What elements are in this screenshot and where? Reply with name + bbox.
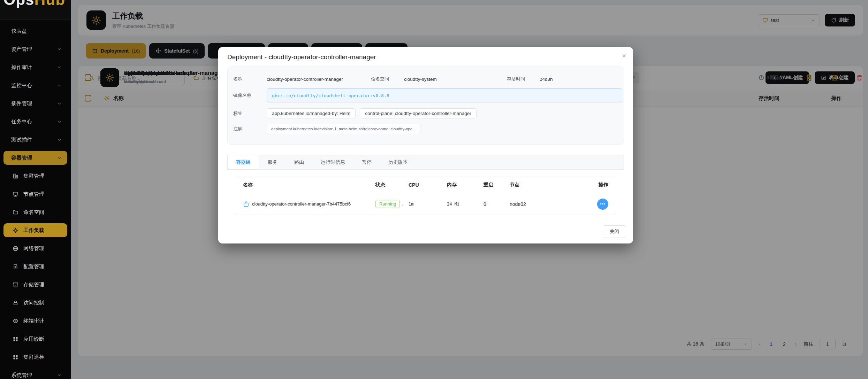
sidebar-item-system-mgmt[interactable]: 系统管理 — [3, 368, 67, 379]
field-name-label: 名称 — [233, 76, 267, 82]
pod-table-header: 名称 状态 CPU 内存 重启 节点 操作 — [235, 177, 616, 193]
sidebar: OpsHub 仪表盘 资产管理 操作审计 监控中心 插 — [0, 0, 71, 379]
tab-history[interactable]: 历史版本 — [380, 155, 416, 169]
field-name-value: cloudtty-operator-controller-manager — [267, 77, 371, 82]
sidebar-item-label: 插件管理 — [11, 100, 32, 107]
sidebar-item[interactable]: 任务中心 — [3, 115, 67, 129]
cluster-icon — [13, 173, 18, 179]
gear-icon — [13, 227, 18, 233]
pod-node-value: node02 — [510, 201, 590, 207]
modal-tabs: 容器组 服务 路由 运行时信息 暂停 历史版本 — [227, 155, 624, 170]
pod-col-status: 状态 — [375, 182, 409, 188]
sidebar-item-terminal-audit[interactable]: 终端审计 — [3, 314, 67, 328]
sidebar-item[interactable]: 容器管理 — [3, 151, 67, 165]
globe-icon — [13, 246, 18, 252]
label-tag: app.kubernetes.io/managed-by: Helm — [267, 108, 356, 118]
deployment-detail-modal: Deployment - cloudtty-operator-controlle… — [218, 47, 633, 243]
sidebar-menu: 仪表盘 资产管理 操作审计 监控中心 插件管理 — [0, 24, 71, 165]
eye-icon — [13, 318, 18, 324]
app-logo: OpsHub — [0, 0, 71, 20]
tab-pause[interactable]: 暂停 — [353, 155, 380, 169]
sidebar-item-label: 测试插件 — [11, 137, 32, 143]
pod-col-actions: 操作 — [599, 182, 608, 188]
label-tag: control-plane: cloudtty-operator-control… — [360, 108, 477, 118]
sidebar-item-label: 仪表盘 — [11, 28, 27, 34]
field-age-value: 24d3h — [540, 77, 553, 82]
logo-text-ops: Ops — [3, 0, 35, 8]
sidebar-item-node-mgmt[interactable]: 节点管理 — [3, 187, 67, 201]
sidebar-item[interactable]: 资产管理 — [3, 42, 67, 56]
chevron-down-icon — [57, 138, 62, 142]
sidebar-item-label: 系统管理 — [11, 372, 32, 379]
sidebar-item-cluster-mgmt[interactable]: 集群管理 — [3, 169, 67, 183]
chevron-down-icon — [57, 65, 62, 70]
chevron-down-icon — [57, 119, 62, 124]
sidebar-item-workload[interactable]: 工作负载 — [3, 223, 67, 237]
pod-restarts-value: 0 — [484, 201, 510, 207]
folder-icon — [13, 209, 18, 215]
pod-cpu-value: 1m — [409, 202, 447, 207]
sidebar-item-label: 容器管理 — [11, 155, 32, 161]
sidebar-item-storage[interactable]: 存储管理 — [3, 278, 67, 292]
monitor-icon — [13, 191, 18, 197]
archive-icon — [13, 282, 18, 288]
sidebar-item-network[interactable]: 网络管理 — [3, 241, 67, 255]
pod-col-name: 名称 — [243, 182, 375, 188]
lock-icon — [13, 300, 18, 306]
field-namespace-value: cloudtty-system — [404, 77, 507, 82]
pod-name: cloudtty-operator-controller-manager-7b4… — [252, 201, 351, 207]
sidebar-item-cluster-inspect[interactable]: 集群巡检 — [3, 350, 67, 364]
tab-services[interactable]: 服务 — [259, 155, 286, 169]
pod-table: 名称 状态 CPU 内存 重启 节点 操作 cloudtty-operator-… — [235, 177, 616, 215]
status-badge: Running — [375, 200, 400, 208]
modal-title: Deployment - cloudtty-operator-controlle… — [227, 53, 376, 61]
sidebar-item-config[interactable]: 配置管理 — [3, 260, 67, 273]
field-annotations-label: 注解 — [233, 126, 267, 132]
pod-col-node: 节点 — [510, 182, 590, 188]
pod-col-mem: 内存 — [447, 182, 484, 188]
sidebar-item[interactable]: 插件管理 — [3, 96, 67, 110]
chevron-down-icon — [57, 373, 62, 378]
field-age-label: 存活时间 — [507, 76, 540, 82]
pod-more-actions-button[interactable]: ••• — [597, 199, 608, 210]
close-button[interactable]: 关闭 — [603, 225, 626, 238]
pod-col-cpu: CPU — [409, 182, 447, 188]
sidebar-item-app-diagnose[interactable]: 应用诊断 — [3, 332, 67, 346]
close-icon[interactable]: × — [622, 52, 626, 60]
file-icon — [13, 264, 18, 270]
sidebar-submenu: 集群管理 节点管理 命名空间 工作负载 网络管理 配置管理 存储管理 访问控制 … — [0, 169, 71, 364]
pod-icon — [243, 201, 249, 207]
sidebar-item-access-control[interactable]: 访问控制 — [3, 296, 67, 310]
sidebar-item[interactable]: 操作审计 — [3, 60, 67, 74]
deployment-info-panel: 名称 cloudtty-operator-controller-manager … — [227, 67, 624, 145]
sidebar-item-label: 任务中心 — [11, 118, 32, 125]
chevron-down-icon — [57, 47, 62, 52]
chevron-down-icon — [57, 83, 62, 88]
sidebar-item-namespace[interactable]: 命名空间 — [3, 205, 67, 219]
pod-row[interactable]: cloudtty-operator-controller-manager-7b4… — [235, 193, 616, 215]
logo-text-hub: Hub — [35, 0, 66, 8]
image-name-box[interactable]: ghcr.io/cloudtty/cloudshell-operator:v0.… — [267, 88, 622, 102]
sidebar-item[interactable]: 测试插件 — [3, 133, 67, 147]
field-labels-label: 标签 — [233, 110, 267, 117]
pod-mem-value: 24 Mi — [447, 202, 484, 207]
chevron-down-icon — [57, 156, 62, 160]
field-namespace-label: 命名空间 — [371, 76, 404, 82]
annotations-box: deployment.kubernetes.io/revision: 1, me… — [267, 124, 420, 134]
sidebar-item-label: 监控中心 — [11, 82, 32, 89]
sidebar-item[interactable]: 监控中心 — [3, 78, 67, 92]
chevron-down-icon — [57, 101, 62, 106]
grid-icon — [13, 354, 18, 360]
field-image-label: 镜像名称 — [233, 92, 267, 99]
grid-icon — [13, 336, 18, 342]
pod-col-restart: 重启 — [484, 182, 510, 188]
sidebar-item-label: 资产管理 — [11, 46, 32, 53]
tab-routes[interactable]: 路由 — [286, 155, 312, 169]
tab-containers[interactable]: 容器组 — [228, 155, 259, 169]
sidebar-item[interactable]: 仪表盘 — [3, 24, 67, 38]
tab-runtime-info[interactable]: 运行时信息 — [312, 155, 353, 169]
sidebar-item-label: 操作审计 — [11, 64, 32, 71]
